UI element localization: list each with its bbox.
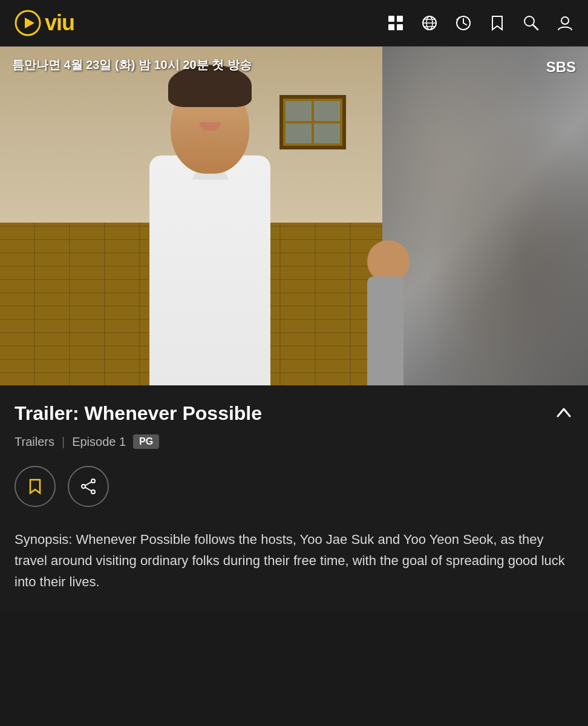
svg-line-20 <box>85 488 91 491</box>
svg-point-16 <box>91 479 95 483</box>
bookmark-button[interactable] <box>15 466 56 507</box>
logo[interactable]: viu <box>15 10 74 36</box>
peek-body <box>367 276 403 385</box>
body <box>149 155 270 385</box>
svg-point-17 <box>82 485 85 488</box>
separator: | <box>62 435 65 449</box>
svg-line-19 <box>85 482 91 486</box>
video-title: Trailer: Whenever Possible <box>15 402 262 425</box>
video-player[interactable]: 틈만나면 4월 23일 (화) 밤 10시 20분 첫 방송 <box>0 47 588 385</box>
logo-text: viu <box>45 10 74 36</box>
globe-icon[interactable] <box>421 15 438 31</box>
logo-icon <box>15 10 41 36</box>
korean-text-overlay: 틈만나면 4월 23일 (화) 밤 10시 20분 첫 방송 <box>0 47 382 83</box>
svg-rect-4 <box>388 24 394 30</box>
content-area: Trailer: Whenever Possible Trailers | Ep… <box>0 385 588 612</box>
grid-icon[interactable] <box>387 15 404 31</box>
rating-badge: PG <box>133 434 159 449</box>
share-button[interactable] <box>68 466 109 507</box>
svg-line-14 <box>533 25 538 30</box>
title-row: Trailer: Whenever Possible <box>15 402 573 425</box>
share-icon <box>79 477 97 495</box>
mouth <box>200 122 221 131</box>
meta-row: Trailers | Episode 1 PG <box>15 434 573 449</box>
bookmark-nav-icon[interactable] <box>489 15 506 31</box>
category-label: Trailers <box>15 435 54 449</box>
svg-point-15 <box>561 17 569 24</box>
svg-rect-3 <box>397 16 403 22</box>
stone-texture <box>382 47 588 385</box>
history-icon[interactable] <box>455 15 472 31</box>
collapse-button[interactable] <box>554 403 573 425</box>
video-left-panel: 틈만나면 4월 23일 (화) 밤 10시 20분 첫 방송 <box>0 47 382 385</box>
episode-label: Episode 1 <box>72 435 126 449</box>
app-header: viu <box>0 0 588 47</box>
search-icon[interactable] <box>523 15 540 31</box>
action-buttons <box>15 466 573 507</box>
svg-rect-5 <box>397 24 403 30</box>
svg-rect-2 <box>388 16 394 22</box>
korean-broadcast-text: 틈만나면 4월 23일 (화) 밤 10시 20분 첫 방송 <box>12 56 252 73</box>
svg-marker-1 <box>25 18 34 28</box>
actor-figure <box>125 83 295 385</box>
svg-point-18 <box>91 490 95 494</box>
video-right-panel: SBS <box>382 47 588 385</box>
synopsis-text: Synopsis: Whenever Possible follows the … <box>15 529 573 593</box>
sbs-watermark: SBS <box>546 59 576 76</box>
video-frame: 틈만나면 4월 23일 (화) 밤 10시 20분 첫 방송 <box>0 47 588 385</box>
profile-icon[interactable] <box>557 15 573 31</box>
nav-bar <box>387 15 573 31</box>
bookmark-icon <box>26 477 44 495</box>
